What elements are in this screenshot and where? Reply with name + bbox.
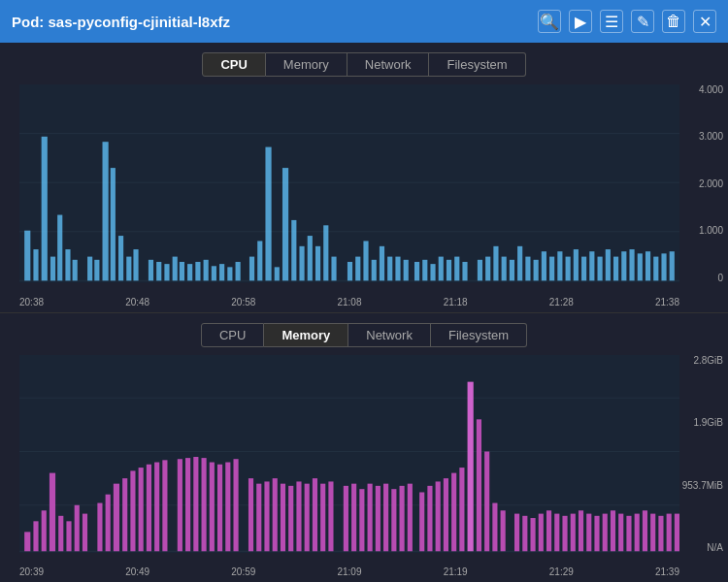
tab-cpu-2[interactable]: CPU: [201, 323, 264, 347]
svg-rect-96: [106, 494, 111, 551]
svg-rect-26: [204, 260, 209, 281]
svg-rect-159: [643, 510, 647, 551]
svg-rect-35: [282, 168, 288, 280]
cpu-x-3: 21:08: [337, 297, 361, 307]
svg-rect-151: [579, 510, 583, 551]
svg-rect-91: [58, 515, 63, 550]
tab-memory-1[interactable]: Memory: [266, 52, 347, 77]
svg-rect-100: [139, 468, 144, 551]
tab-filesystem-1[interactable]: Filesystem: [429, 52, 525, 77]
svg-rect-126: [368, 483, 373, 551]
svg-rect-76: [629, 249, 634, 280]
svg-rect-74: [613, 257, 618, 281]
close-icon[interactable]: ✕: [693, 10, 716, 33]
edit-icon[interactable]: ✎: [631, 10, 654, 33]
list-icon[interactable]: ☰: [600, 10, 623, 33]
svg-rect-39: [315, 246, 320, 281]
svg-rect-94: [83, 513, 87, 551]
cpu-tab-bar: CPU Memory Network Filesystem: [0, 52, 728, 77]
svg-rect-40: [323, 225, 328, 280]
cpu-x-6: 21:38: [655, 297, 679, 307]
terminal-icon[interactable]: ▶: [569, 10, 592, 33]
svg-rect-99: [130, 470, 135, 551]
svg-rect-114: [264, 481, 269, 551]
svg-rect-107: [202, 458, 207, 551]
svg-rect-24: [187, 264, 192, 280]
svg-rect-87: [24, 532, 30, 551]
svg-rect-102: [154, 462, 159, 551]
svg-rect-138: [468, 381, 474, 551]
svg-rect-15: [111, 168, 116, 280]
svg-rect-105: [185, 458, 190, 551]
svg-rect-101: [147, 464, 151, 551]
svg-rect-60: [502, 257, 507, 281]
svg-rect-42: [347, 262, 352, 280]
memory-y-953mib: 953.7MiB: [682, 480, 723, 491]
memory-x-2: 20:59: [231, 566, 255, 577]
svg-rect-150: [571, 513, 576, 551]
svg-rect-50: [414, 262, 419, 280]
svg-rect-7: [42, 137, 48, 281]
memory-y-28gib: 2.8GiB: [682, 355, 723, 366]
svg-rect-12: [87, 257, 92, 281]
svg-rect-98: [122, 478, 127, 551]
tab-memory-2[interactable]: Memory: [264, 323, 348, 347]
svg-rect-56: [462, 262, 467, 280]
svg-rect-49: [404, 260, 409, 281]
memory-chart-panel: CPU Memory Network Filesystem: [0, 313, 728, 583]
svg-rect-36: [291, 220, 296, 280]
svg-rect-95: [97, 502, 102, 551]
svg-rect-144: [522, 515, 527, 550]
svg-rect-20: [156, 262, 161, 280]
svg-rect-162: [667, 513, 672, 551]
svg-rect-23: [180, 262, 184, 280]
svg-rect-81: [670, 251, 675, 280]
svg-rect-5: [24, 231, 30, 281]
tab-cpu-1[interactable]: CPU: [202, 52, 265, 77]
svg-rect-21: [164, 264, 169, 280]
svg-rect-111: [233, 459, 238, 551]
svg-rect-17: [126, 257, 131, 281]
svg-rect-108: [210, 462, 215, 551]
svg-rect-160: [650, 513, 655, 551]
svg-rect-38: [308, 236, 313, 280]
svg-rect-64: [534, 260, 539, 281]
svg-rect-134: [436, 481, 441, 551]
svg-rect-136: [451, 472, 456, 551]
memory-x-6: 21:39: [655, 566, 679, 577]
svg-rect-22: [173, 257, 178, 281]
svg-rect-158: [635, 513, 640, 551]
svg-rect-31: [249, 257, 254, 281]
memory-x-0: 20:39: [19, 566, 44, 577]
memory-x-axis: 20:39 20:49 20:59 21:09 21:19 21:29 21:3…: [19, 566, 679, 577]
tab-network-1[interactable]: Network: [347, 52, 430, 77]
delete-icon[interactable]: 🗑: [662, 10, 685, 33]
svg-rect-37: [299, 246, 304, 281]
memory-x-5: 21:29: [549, 566, 574, 577]
svg-rect-78: [645, 251, 650, 280]
svg-rect-119: [305, 483, 310, 551]
svg-rect-73: [606, 249, 611, 280]
svg-rect-44: [363, 241, 368, 280]
svg-rect-161: [658, 515, 663, 550]
svg-rect-139: [477, 419, 481, 551]
svg-rect-33: [265, 147, 271, 281]
tab-network-2[interactable]: Network: [348, 323, 431, 347]
pod-title: Pod: sas-pyconfig-cjinitial-l8xfz: [12, 14, 230, 30]
header: Pod: sas-pyconfig-cjinitial-l8xfz 🔍 ▶ ☰ …: [0, 0, 728, 43]
svg-rect-97: [114, 483, 119, 551]
svg-rect-142: [501, 510, 506, 551]
svg-rect-66: [549, 257, 554, 281]
tab-filesystem-2[interactable]: Filesystem: [431, 323, 527, 347]
svg-rect-140: [484, 451, 489, 551]
svg-rect-127: [376, 485, 381, 550]
svg-rect-75: [621, 251, 626, 280]
svg-rect-148: [554, 513, 559, 551]
cpu-x-2: 20:58: [231, 297, 255, 307]
svg-rect-117: [288, 485, 293, 550]
svg-rect-93: [75, 504, 80, 551]
svg-rect-109: [217, 464, 222, 551]
svg-rect-69: [574, 249, 579, 280]
svg-rect-57: [478, 260, 482, 281]
search-icon[interactable]: 🔍: [538, 10, 561, 33]
